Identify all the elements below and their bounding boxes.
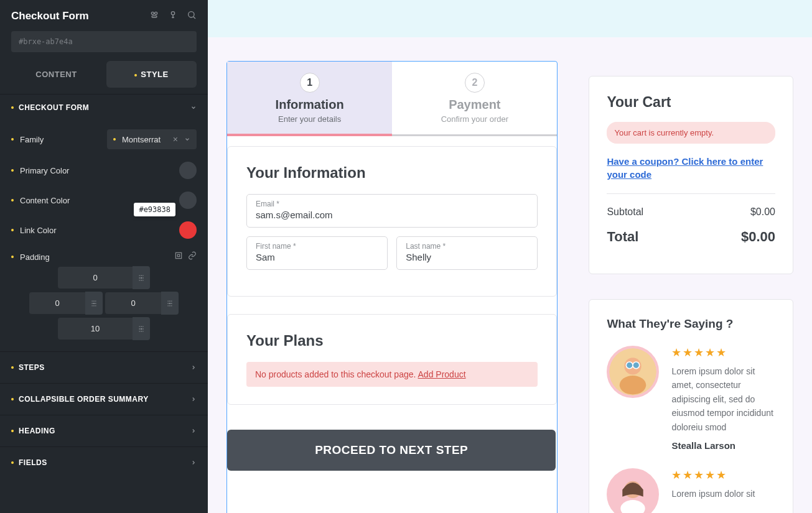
review-text: Lorem ipsum dolor sit amet, consectetur … [671, 364, 775, 434]
no-products-alert: No products added to this checkout page.… [246, 362, 538, 387]
primary-color-swatch[interactable] [179, 162, 197, 179]
element-id-input[interactable]: #brxe-ab7e4a [11, 31, 197, 52]
checkout-form-element[interactable]: 1 Information Enter your details 2 Payme… [226, 61, 558, 513]
section-checkout-form[interactable]: CHECKOUT FORM [0, 94, 208, 121]
avatar [607, 346, 659, 398]
review-text: Lorem ipsum dolor sit [671, 487, 755, 501]
padding-right-input[interactable] [105, 292, 161, 314]
checkout-form-controls: Family Montserrat × Primary Color Conten… [0, 121, 208, 351]
add-product-link[interactable]: Add Product [418, 369, 466, 379]
control-link-color: Link Color [11, 215, 197, 245]
clone-icon[interactable] [149, 10, 159, 22]
svg-point-4 [189, 12, 194, 17]
step-subtitle: Confirm your order [398, 114, 551, 124]
right-column: Your Cart Your cart is currently empty. … [589, 61, 793, 513]
control-primary-color: Primary Color [11, 155, 197, 185]
cart-card: Your Cart Your cart is currently empty. … [589, 76, 793, 274]
total-row: Total $0.00 [607, 229, 775, 245]
svg-rect-7 [177, 254, 180, 257]
padding-right [105, 292, 179, 315]
your-plans-card: Your Plans No products added to this che… [227, 314, 557, 405]
proceed-button[interactable]: PROCEED TO NEXT STEP [227, 430, 556, 471]
section-fields[interactable]: FIELDS [0, 446, 208, 478]
sidebar-header: Checkout Form [0, 0, 208, 31]
unit-icon[interactable] [161, 292, 179, 315]
padding-left-input[interactable] [29, 292, 85, 314]
svg-point-1 [155, 12, 157, 14]
svg-point-14 [620, 376, 646, 394]
reviewer-name: Stealla Larson [671, 440, 775, 451]
canvas: 1 Information Enter your details 2 Payme… [208, 0, 812, 513]
svg-rect-8 [141, 277, 142, 279]
chevron-down-icon [190, 104, 197, 111]
svg-rect-2 [152, 16, 157, 17]
step-number: 2 [465, 73, 485, 93]
unit-icon[interactable] [133, 266, 150, 289]
your-information-card: Your Information Email * sam.s@email.com… [227, 146, 557, 297]
email-field[interactable]: Email * sam.s@email.com [246, 194, 538, 228]
reviews-card: What They're Saying ? ★★★★★ Lorem ipsum … [589, 299, 793, 513]
section-steps[interactable]: STEPS [0, 351, 208, 383]
checkout-steps: 1 Information Enter your details 2 Payme… [227, 62, 557, 136]
field-value: Sam [256, 252, 275, 262]
section-heading[interactable]: HEADING [0, 415, 208, 446]
padding-bottom-input[interactable] [58, 318, 133, 340]
tab-content[interactable]: CONTENT [11, 61, 101, 88]
step-information[interactable]: 1 Information Enter your details [227, 62, 392, 136]
field-value: Shelly [406, 252, 431, 262]
star-rating-icon: ★★★★★ [671, 346, 775, 359]
field-value: sam.s@email.com [256, 210, 333, 220]
section-collapsible-summary[interactable]: COLLAPSIBLE ORDER SUMMARY [0, 383, 208, 415]
padding-top [58, 266, 150, 289]
control-padding: Padding [11, 245, 197, 266]
padding-bottom [58, 317, 150, 340]
cart-empty-alert: Your cart is currently empty. [607, 122, 775, 144]
svg-point-18 [633, 363, 639, 368]
link-color-swatch[interactable] [179, 221, 197, 239]
control-content-color: Content Color #e93838 [11, 185, 197, 215]
chevron-right-icon [190, 460, 197, 466]
padding-inputs [11, 266, 197, 340]
avatar [607, 468, 659, 513]
svg-rect-6 [175, 252, 181, 258]
control-family: Family Montserrat × [11, 123, 197, 155]
link-values-icon[interactable] [188, 251, 197, 262]
field-label: Last name * [406, 242, 528, 251]
svg-rect-10 [169, 303, 170, 304]
svg-point-0 [151, 12, 154, 14]
coupon-link[interactable]: Have a coupon? Click here to enter your … [607, 155, 775, 181]
first-name-field[interactable]: First name * Sam [246, 236, 388, 270]
field-label: First name * [256, 242, 378, 251]
step-number: 1 [300, 73, 320, 93]
padding-left [29, 292, 103, 315]
star-rating-icon: ★★★★★ [671, 468, 755, 482]
last-name-field[interactable]: Last name * Shelly [396, 236, 538, 270]
step-title: Payment [398, 98, 551, 112]
unit-icon[interactable] [85, 292, 103, 315]
svg-rect-9 [93, 303, 95, 304]
svg-rect-11 [141, 328, 142, 330]
review-item: ★★★★★ Lorem ipsum dolor sit [607, 468, 775, 513]
content-color-swatch[interactable] [179, 192, 197, 209]
clear-icon[interactable]: × [173, 134, 178, 144]
sidebar-tabs: CONTENT STYLE [0, 61, 208, 94]
chevron-right-icon [190, 364, 197, 371]
search-icon[interactable] [187, 10, 197, 22]
reviews-heading: What They're Saying ? [607, 317, 775, 331]
padding-top-input[interactable] [58, 267, 133, 289]
panel-title: Checkout Form [11, 10, 89, 22]
family-select[interactable]: Montserrat × [107, 129, 197, 149]
review-item: ★★★★★ Lorem ipsum dolor sit amet, consec… [607, 346, 775, 451]
lock-icon[interactable] [168, 10, 178, 22]
svg-point-3 [171, 12, 174, 15]
chevron-down-icon [184, 136, 190, 142]
color-tooltip: #e93838 [134, 203, 175, 216]
tab-style[interactable]: STYLE [106, 61, 197, 88]
svg-point-17 [627, 363, 633, 368]
cart-heading: Your Cart [607, 94, 775, 111]
box-model-icon[interactable] [174, 251, 183, 262]
step-payment[interactable]: 2 Payment Confirm your order [392, 62, 557, 134]
unit-icon[interactable] [133, 317, 150, 340]
chevron-right-icon [190, 428, 197, 434]
info-heading: Your Information [246, 164, 538, 182]
